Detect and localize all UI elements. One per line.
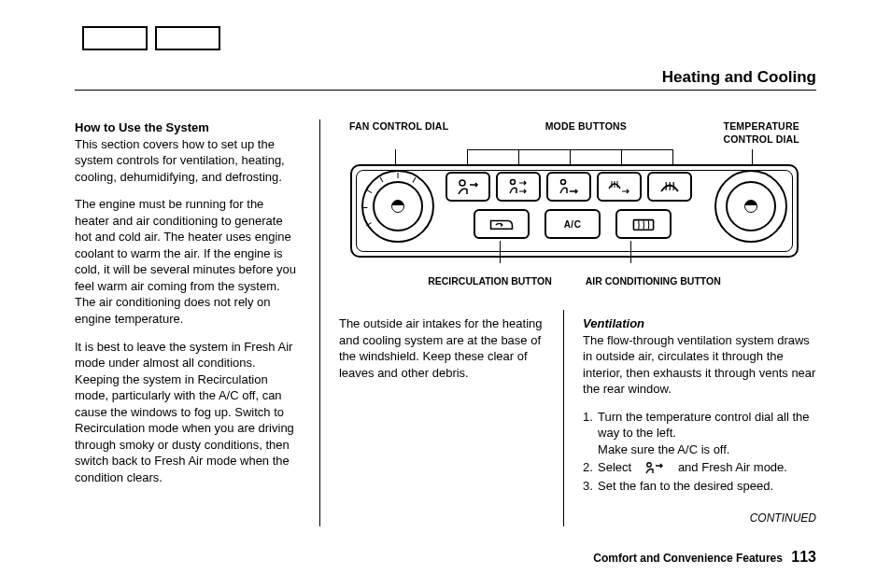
footer-section: Comfort and Convenience Features: [593, 552, 783, 565]
col3-heading: Ventilation: [583, 316, 644, 330]
ventilation-steps: Turn the temperature control dial all th…: [583, 409, 816, 495]
person-face-icon: [644, 461, 666, 474]
step-1: Turn the temperature control dial all th…: [583, 409, 816, 458]
page-title: Heating and Cooling: [662, 67, 816, 89]
col2-p1: The outside air intakes for the heating …: [339, 315, 546, 381]
nav-button-group: [82, 26, 220, 50]
svg-point-4: [647, 463, 651, 467]
page-footer: Comfort and Convenience Features 113: [593, 547, 816, 567]
col1-p2b: The air conditioning does not rely on en…: [75, 294, 301, 327]
nav-button-left[interactable]: [82, 26, 148, 50]
step-2: Select and Fresh Air mode.: [583, 459, 816, 476]
col1-p2a: The engine must be running for the heate…: [75, 196, 301, 294]
col1-p3: It is best to leave the system in Fresh …: [75, 339, 301, 486]
column-3: Ventilation The flow-through ventilation…: [566, 119, 816, 526]
col1-heading: How to Use the System: [75, 120, 209, 134]
nav-button-right[interactable]: [155, 26, 220, 50]
footer-page-number: 113: [791, 549, 816, 565]
col1-p1: This section covers how to set up the sy…: [75, 136, 301, 186]
title-rule: [75, 90, 816, 91]
col3-p1: The flow-through ventilation system draw…: [583, 332, 816, 398]
column-divider-2: [563, 310, 564, 526]
content-columns: How to Use the System This section cover…: [75, 119, 816, 526]
continued-label: CONTINUED: [583, 511, 816, 525]
column-divider-1: [319, 119, 320, 526]
column-1: How to Use the System This section cover…: [75, 119, 318, 526]
step-3: Set the fan to the desired speed.: [583, 478, 816, 495]
column-2: The outside air intakes for the heating …: [322, 119, 561, 526]
